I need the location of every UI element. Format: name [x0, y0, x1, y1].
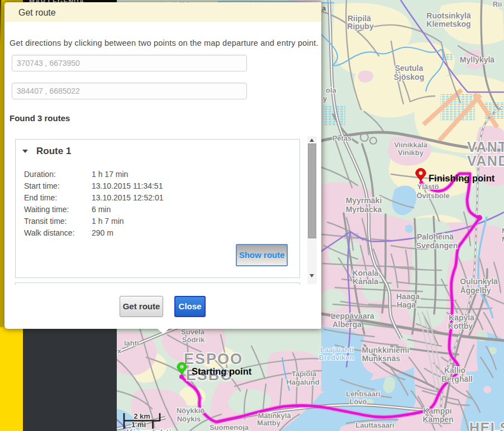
svg-text:a: a	[322, 4, 326, 12]
svg-text:ESPOO: ESPOO	[184, 351, 243, 367]
svg-text:lahti: lahti	[124, 339, 139, 347]
svg-text:Ylästö: Ylästö	[417, 183, 439, 191]
svg-text:Konala: Konala	[353, 269, 379, 277]
svg-text:Ripuby: Ripuby	[347, 22, 374, 31]
svg-text:Hagalund: Hagalund	[286, 378, 319, 386]
svg-text:HELSIN: HELSIN	[469, 420, 504, 431]
svg-text:Nöykkiö: Nöykkiö	[177, 406, 205, 415]
svg-text:Starting point: Starting point	[192, 366, 252, 376]
svg-text:Myyrmäki: Myyrmäki	[346, 196, 382, 205]
svg-text:Paloheinä: Paloheinä	[417, 232, 454, 241]
svg-text:Bredviken: Bredviken	[319, 353, 354, 362]
svg-text:x: x	[117, 347, 122, 355]
svg-text:Lauttasaari: Lauttasaari	[355, 421, 394, 429]
svg-text:Alberga: Alberga	[332, 320, 362, 329]
svg-text:y: y	[323, 94, 327, 103]
svg-text:Svedängen: Svedängen	[416, 241, 458, 250]
svg-text:VANDA: VANDA	[467, 153, 504, 169]
svg-text:Viinikkala: Viinikkala	[394, 141, 428, 149]
svg-text:Leppävaara: Leppävaara	[331, 312, 374, 320]
svg-text:Övitsbole: Övitsbole	[416, 191, 449, 200]
svg-text:Rii: Rii	[493, 0, 502, 8]
svg-text:Munksnäs: Munksnäs	[362, 354, 401, 363]
svg-text:Mattby: Mattby	[257, 419, 281, 427]
svg-text:1 mi: 1 mi	[131, 420, 146, 429]
svg-text:Haga: Haga	[397, 300, 416, 309]
svg-text:Må: Må	[502, 235, 504, 243]
svg-text:Suvela: Suvela	[181, 328, 205, 336]
svg-text:Kampen: Kampen	[422, 415, 453, 424]
svg-text:Kallio: Kallio	[444, 366, 465, 375]
svg-text:Berghäll: Berghäll	[441, 375, 473, 384]
svg-text:Lövö: Lövö	[349, 398, 367, 406]
svg-text:Lehtisaari: Lehtisaari	[346, 390, 380, 398]
svg-text:Vinikby: Vinikby	[398, 149, 424, 157]
svg-text:Myllykylä: Myllykylä	[460, 55, 495, 64]
svg-text:Suomenoja: Suomenoja	[210, 423, 249, 431]
svg-text:Petas: Petas	[332, 134, 352, 142]
svg-text:Sjöskog: Sjöskog	[394, 73, 424, 82]
svg-text:Ma: Ma	[502, 227, 504, 235]
svg-text:Kånala: Kånala	[353, 277, 378, 286]
svg-text:Åggelby: Åggelby	[460, 286, 491, 295]
svg-text:Myrbacka: Myrbacka	[346, 205, 382, 214]
svg-text:Haaga: Haaga	[396, 292, 420, 301]
svg-text:Tapiola: Tapiola	[292, 370, 317, 378]
svg-text:Munkkiniemi: Munkkiniemi	[362, 346, 410, 355]
svg-text:VANTAA: VANTAA	[467, 139, 504, 155]
svg-text:Södrik: Södrik	[182, 336, 205, 344]
svg-text:Ruotsinkylä: Ruotsinkylä	[426, 11, 471, 20]
svg-text:2 km: 2 km	[134, 412, 150, 420]
svg-text:ola: ola	[326, 86, 337, 94]
svg-text:Nöykis: Nöykis	[177, 415, 201, 423]
svg-text:Laajalahti: Laajalahti	[320, 346, 354, 354]
svg-text:Kottby: Kottby	[448, 322, 473, 331]
svg-text:Käpylä: Käpylä	[449, 313, 474, 322]
svg-text:Finishing point: Finishing point	[429, 173, 495, 183]
svg-text:Klemetskog: Klemetskog	[426, 20, 470, 28]
svg-text:Kamppi: Kamppi	[423, 406, 451, 415]
svg-text:Seutula: Seutula	[395, 64, 424, 73]
svg-text:Oulunkylä: Oulunkylä	[460, 277, 498, 286]
